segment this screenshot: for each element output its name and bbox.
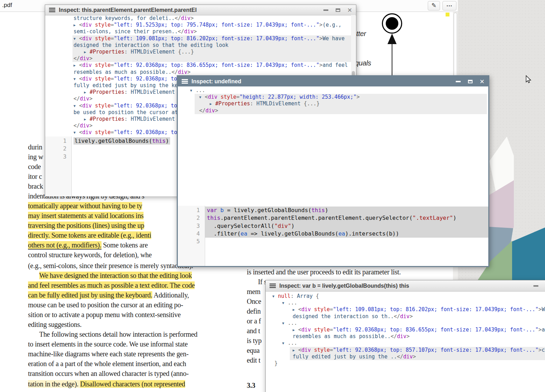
editor-gutter: 12345 [178,206,205,266]
tree-row[interactable]: } [271,360,545,367]
pdf-text-line: mem [247,288,260,296]
pdf-text-line: We have designed the interaction so that… [39,272,192,280]
pdf-text-line: brack [28,182,43,190]
close-icon[interactable]: ✕ [478,78,485,85]
editor-gutter: 123 [45,136,72,196]
tree-row[interactable]: fully edited just by using the ..</div> [290,354,545,360]
pdf-text-line: to insert elements in the source code. W… [28,340,188,348]
pdf-text-line: edit t [247,356,260,364]
maximize-icon[interactable] [467,78,474,85]
pdf-text-line: 3.3 [247,382,255,390]
tree-row[interactable]: ▶<div style="left: 109.081px; top: 816.2… [271,306,545,313]
code-editor[interactable]: 12345var b = lively.getGlobalBounds(this… [178,206,488,266]
code-line[interactable]: var b = lively.getGlobalBounds(this) [205,206,488,214]
pdf-text-line: durin [28,143,42,151]
tree-row[interactable]: semi-colons, since their presen..</div> [72,28,351,35]
pdf-text-line: tation in the edge). Disallowed characte… [28,380,185,388]
menu-icon[interactable] [49,8,55,12]
pdf-text-line: tomatically appear without having to be … [28,202,142,210]
annotation-marker[interactable] [446,13,449,16]
tree-row[interactable]: ▼null: Array { [271,293,545,300]
ellipsis-icon: ... [446,1,452,8]
code-line[interactable] [205,238,488,245]
pdf-text-line: itor c [28,173,42,181]
more-options-button[interactable]: ... [442,1,456,10]
code-line[interactable]: .querySelectorAll("div") [205,222,488,230]
pdf-text-line: eration of a a part of the whole element… [28,360,186,368]
tree-row[interactable]: ▼<div style="height: 22.877px; width: 25… [195,94,487,100]
tree-row[interactable]: designed the interaction so th..</div> [271,313,545,320]
pdf-text-line: The following sections detail how intera… [39,330,197,338]
window-title: Inspect: this.parentElement.parentElemen… [59,7,197,13]
pdf-text-line: mouse can be used to position the cursor… [28,301,183,309]
pdf-text-line: others not (e.g., modifiers). Some token… [28,241,148,249]
minimize-icon[interactable] [455,78,462,85]
edit-pdf-button[interactable]: ✎ [428,1,440,10]
tree-row[interactable]: ▼... [271,320,545,327]
pdf-text-line: or a f [247,317,261,325]
code-line[interactable]: this.parentElement.parentElement.parentE… [205,214,488,222]
pdf-text-line: code [28,163,41,171]
maximize-icon[interactable] [334,7,341,14]
pdf-text-line: equa [247,346,260,355]
pdf-text-line: directly. Some tokens are editable (e.g.… [28,231,151,239]
tree-row[interactable]: ▶<div style="left: 92.0368px; top: 836.6… [271,327,545,333]
tree-row[interactable]: ▶#Properties: HTMLDivElement {...} [72,49,351,55]
state-diagram-arrow [392,42,392,76]
tree-row[interactable]: </div> [72,55,351,62]
pdf-text-line: is inserted and the user proceeds to edi… [247,268,401,276]
window-title: Inspect: var b = lively.getGlobalBounds(… [279,283,409,289]
close-icon[interactable]: ✕ [346,7,353,14]
inspector-window-3: Inspect: var b = lively.getGlobalBounds(… [265,280,545,392]
tree-row[interactable]: </div> [195,107,487,114]
editor-code-area[interactable]: var b = lively.getGlobalBounds(this)this… [205,206,488,266]
tree-row[interactable]: ▶<div style="left: 92.0368px; top: 836.6… [72,62,351,69]
inspector-window-2-titlebar[interactable]: Inspect: undefined ✕ [178,76,488,86]
pdf-text-line: defin [247,307,261,315]
pdf-text-line: can be fully edited just by using the ke… [28,291,189,299]
pdf-text-line: Once [247,298,261,306]
pdf-text-line: transition occurs when an allowed charac… [28,370,189,378]
menu-icon[interactable] [270,284,276,288]
code-line[interactable]: .filter(ea => lively.getGlobalBounds(ea)… [205,230,488,238]
tree-row[interactable]: structure keywords, for deleti..</div> [72,15,351,22]
inspector-window-3-titlebar[interactable]: Inspect: var b = lively.getGlobalBounds(… [266,280,545,292]
mouse-cursor [524,75,533,84]
inspector-window-1-titlebar[interactable]: Inspect: this.parentElement.parentElemen… [45,5,356,15]
pdf-text-line: and feel resembles as much as possible a… [28,281,195,289]
pdf-text-line: editing suggestions. [28,321,82,329]
tree-row[interactable]: designed the interaction so that the edi… [72,42,351,49]
pdf-text-line: ing w [28,153,43,161]
desktop: .pdf ✎ ... tterquals durining wcodeitor … [0,0,545,392]
tree-row[interactable]: ▼... [271,300,545,306]
pdf-text-line: (e.g., semi-colons, since their presence… [28,262,193,270]
pdf-text-line: control structure keywords, for deletion… [28,251,152,259]
menu-icon[interactable] [182,79,188,84]
state-diagram-final-state-dot [386,17,398,30]
inspector-window-2: Inspect: undefined ✕ ▼...▼<div style="he… [177,75,489,267]
window-title: Inspect: undefined [191,78,241,85]
pdf-filename: .pdf [2,2,12,9]
minimize-icon[interactable] [532,282,539,289]
pdf-text-line: and t [247,327,260,335]
pencil-icon: ✎ [431,2,436,9]
minimize-icon[interactable] [322,7,329,14]
tree-row[interactable]: ▼... [189,87,487,94]
tree-row[interactable]: ▶<div style="left: 91.5253px; top: 795.7… [72,22,351,28]
tree-row[interactable]: ▼... [271,340,545,346]
pdf-text-line: sition or to activate a popup menu with … [28,311,181,319]
tree-row[interactable]: resembles as much as possible..</div> [72,69,351,76]
tree-row[interactable]: ▶#Properties: HTMLDivElement {...} [195,100,487,107]
pdf-text-line: traversing the positions (lines) using t… [28,222,144,230]
pdf-text-line: is typ [247,337,261,345]
tree-row[interactable]: ▼<div style="left: 109.081px; top: 816.2… [72,35,351,42]
object-tree-panel: ▼null: Array {▼...▶<div style="left: 109… [271,293,545,392]
state-diagram-final-state [382,13,402,34]
pdf-text-line: may insert statements at valid locations… [28,212,144,220]
pdf-text-line: machine-like diagrams where each state r… [28,350,189,358]
dom-tree-panel: ▼...▼<div style="height: 22.877px; width… [189,87,487,119]
tree-row[interactable]: resembles as much as possible..</div> [271,333,545,340]
diagram-edge-label: tter [356,30,366,38]
diagram-edge-label: quals [355,59,371,67]
tree-row[interactable]: ▶<div style="left: 92.0368px; top: 857.1… [290,347,545,354]
